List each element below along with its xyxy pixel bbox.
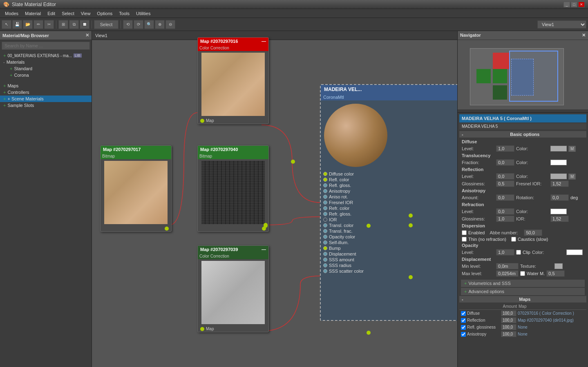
socket-transl-color[interactable]: Transl. color (321, 222, 457, 228)
menu-modes[interactable]: Modes (2, 10, 22, 17)
menu-view[interactable]: View (78, 10, 94, 17)
toolbar-btn-1[interactable]: ↖ (2, 20, 11, 29)
toolbar-btn-4[interactable]: ✏ (34, 20, 43, 29)
toolbar-btn-11[interactable]: 🔍 (144, 20, 154, 29)
socket-fresnel[interactable]: Fresnel IOR (321, 200, 457, 205)
water-m-checkbox[interactable] (520, 271, 525, 276)
conn-dot-node4-out[interactable] (367, 331, 371, 335)
toolbar-btn-select[interactable]: Select (94, 20, 118, 29)
socket-ior[interactable]: IOR (321, 217, 457, 222)
refraction-level-input[interactable] (496, 208, 514, 215)
tree-item-controllers[interactable]: + Controllers (0, 89, 92, 96)
node-collapse-4[interactable]: — (262, 247, 266, 252)
tree-item-scene-materials[interactable]: + + Scene Materials (0, 96, 92, 102)
nav-close-icon[interactable]: ✕ (582, 33, 586, 38)
reflection-level-input[interactable] (496, 173, 514, 180)
tree-item-externas[interactable]: + 00_MATERIAIS EXTERNAS - ma... LIB (0, 52, 92, 59)
tree-item-standard[interactable]: + Standard (7, 65, 92, 72)
toolbar-btn-3[interactable]: 📂 (23, 20, 33, 29)
socket-diffuse[interactable]: Diffuse color (321, 171, 457, 177)
rotation-input[interactable] (550, 194, 569, 201)
caustics-checkbox[interactable] (511, 237, 516, 242)
socket-refr-gloss[interactable]: Refr. gloss. (321, 211, 457, 217)
anisotropy-amount-input[interactable] (496, 194, 514, 201)
tree-item-materials[interactable]: - Materials (0, 59, 92, 65)
socket-sss-scatter[interactable]: SSS scatter color (321, 268, 457, 274)
toolbar-btn-12[interactable]: ⊕ (155, 20, 165, 29)
toolbar-btn-7[interactable]: ⧉ (69, 20, 79, 29)
material-node[interactable]: MADEIRA VEL... — CoronaMtl Diffuse color… (320, 84, 457, 321)
menu-utilities[interactable]: Utilities (133, 10, 154, 17)
toolbar-btn-10[interactable]: ⟳ (134, 20, 143, 29)
socket-refl-gloss[interactable]: Refl. gloss. (321, 182, 457, 188)
menu-select[interactable]: Select (58, 10, 78, 17)
socket-opacity[interactable]: Opacity color (321, 234, 457, 240)
minimize-button[interactable]: _ (563, 2, 570, 7)
map-amount-reflection[interactable] (501, 317, 516, 323)
socket-displacement[interactable]: Displacement (321, 251, 457, 257)
node-bitmap-2[interactable]: Map #2070297040 Bitmap (197, 145, 269, 232)
menu-edit[interactable]: Edit (44, 10, 58, 17)
fraction-input[interactable] (496, 159, 514, 166)
node-color-correction-2[interactable]: Map #2070297039 — Color Correction Map (197, 245, 269, 332)
socket-aniso-rot[interactable]: Aniso rot. (321, 194, 457, 200)
tree-item-maps[interactable]: + Maps (0, 82, 92, 89)
node-connector-out-2[interactable] (165, 227, 169, 231)
thin-checkbox[interactable] (462, 237, 467, 242)
conn-dot-mat-diffuse[interactable] (409, 214, 413, 218)
node-connector-out-4[interactable] (200, 327, 204, 331)
socket-refr-color[interactable]: Refr. color (321, 205, 457, 211)
tree-item-corona[interactable]: + Corona (7, 72, 92, 78)
toolbar-btn-5[interactable]: ✂ (44, 20, 54, 29)
dispersion-enabled-checkbox[interactable] (462, 230, 467, 235)
map-amount-refl-gloss[interactable] (501, 324, 516, 330)
canvas-area[interactable]: View1 Map #2070297016 — Color Correction (92, 31, 457, 367)
translucency-color-swatch[interactable] (550, 160, 567, 165)
socket-bump[interactable]: Bump (321, 245, 457, 251)
advanced-options-toggle[interactable]: + Advanced options (461, 288, 585, 295)
diffuse-color-swatch[interactable] (550, 146, 567, 151)
menu-tools[interactable]: Tools (116, 10, 133, 17)
tree-item-sample-slots[interactable]: + Sample Slots (0, 102, 92, 109)
socket-refl-color[interactable]: Refl. color (321, 177, 457, 182)
socket-self-illum[interactable]: Self-illum. (321, 240, 457, 245)
max-level-input[interactable] (496, 270, 519, 277)
node-connector-out-1[interactable] (200, 119, 204, 123)
map-check-anisotropy[interactable] (461, 332, 466, 337)
diffuse-m-button[interactable]: M (568, 146, 576, 152)
diffuse-level-input[interactable] (496, 145, 514, 152)
close-button[interactable]: ✕ (578, 2, 585, 7)
toolbar-btn-13[interactable]: ⊖ (165, 20, 175, 29)
menu-options[interactable]: Options (94, 10, 116, 17)
toolbar-btn-8[interactable]: 🔲 (80, 20, 89, 29)
volumetrics-toggle[interactable]: + Volumetrics and SSS (461, 280, 585, 287)
conn-dot-node1-out[interactable] (291, 160, 295, 164)
opacity-level-input[interactable] (496, 249, 514, 256)
socket-sss-amount[interactable]: SSS amount (321, 257, 457, 262)
refraction-color-swatch[interactable] (550, 209, 567, 214)
conn-dot-mat-bump[interactable] (409, 275, 413, 279)
maximize-button[interactable]: □ (571, 2, 577, 7)
menu-material[interactable]: Material (22, 10, 44, 17)
map-amount-diffuse[interactable] (501, 310, 516, 316)
toolbar-btn-6[interactable]: ⊞ (58, 20, 68, 29)
glossiness-input[interactable] (496, 180, 514, 187)
abbe-number-input[interactable] (524, 229, 542, 236)
map-check-diffuse[interactable] (461, 311, 466, 316)
refr-ior-input[interactable] (550, 216, 569, 222)
node-bitmap-1[interactable]: Map #2070297017 Bitmap (100, 145, 172, 232)
panel-close-icon[interactable]: ✕ (85, 33, 89, 38)
conn-dot-mat-refl[interactable] (409, 223, 413, 227)
reflection-color-swatch[interactable] (550, 173, 567, 179)
toolbar-btn-2[interactable]: 💾 (12, 20, 22, 29)
nav-viewport-rect[interactable] (509, 51, 558, 102)
search-input[interactable] (2, 42, 90, 50)
socket-anisotropy[interactable]: Anisotropy (321, 188, 457, 194)
view-dropdown[interactable]: View1 (537, 20, 586, 29)
socket-sss-radius[interactable]: SSS radius (321, 262, 457, 268)
water-m-input[interactable] (546, 270, 565, 277)
socket-transl-frac[interactable]: Transl. frac. (321, 228, 457, 234)
min-level-input[interactable] (496, 263, 519, 269)
node-color-correction-1[interactable]: Map #2070297016 — Color Correction Map (197, 37, 269, 124)
conn-dot-node3-out[interactable] (367, 224, 371, 228)
